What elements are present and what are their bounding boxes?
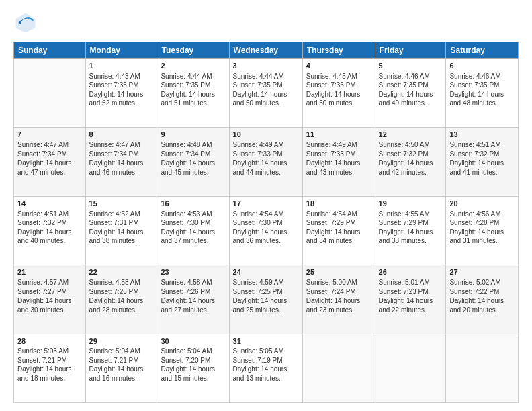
- daylight-text: Daylight: 14 hours and 50 minutes.: [233, 91, 287, 107]
- calendar-cell: 12Sunrise: 4:50 AMSunset: 7:32 PMDayligh…: [375, 128, 446, 196]
- calendar-cell: 2Sunrise: 4:44 AMSunset: 7:35 PMDaylight…: [157, 59, 229, 128]
- day-number: 9: [161, 130, 225, 140]
- calendar-cell: 28Sunrise: 5:03 AMSunset: 7:21 PMDayligh…: [14, 334, 86, 402]
- daylight-text: Daylight: 14 hours and 13 minutes.: [233, 365, 287, 382]
- sunrise-text: Sunrise: 4:46 AM: [449, 73, 500, 80]
- weekday-header-monday: Monday: [85, 42, 157, 59]
- day-number: 27: [449, 267, 515, 277]
- calendar-cell: 24Sunrise: 4:59 AMSunset: 7:25 PMDayligh…: [229, 265, 302, 334]
- daylight-text: Daylight: 14 hours and 20 minutes.: [449, 297, 504, 314]
- calendar-cell: 31Sunrise: 5:05 AMSunset: 7:19 PMDayligh…: [229, 334, 302, 402]
- sunrise-text: Sunrise: 4:44 AM: [233, 73, 284, 80]
- sunrise-text: Sunrise: 4:56 AM: [449, 210, 500, 218]
- day-number: 2: [161, 61, 225, 71]
- calendar-cell: 22Sunrise: 4:58 AMSunset: 7:26 PMDayligh…: [85, 265, 157, 334]
- calendar-cell: 27Sunrise: 5:02 AMSunset: 7:22 PMDayligh…: [446, 265, 519, 334]
- sunset-text: Sunset: 7:27 PM: [17, 288, 67, 295]
- sunset-text: Sunset: 7:34 PM: [161, 150, 210, 158]
- sunrise-text: Sunrise: 5:02 AM: [449, 279, 500, 286]
- sunrise-text: Sunrise: 4:52 AM: [89, 210, 140, 218]
- day-number: 10: [233, 130, 299, 140]
- sunrise-text: Sunrise: 4:50 AM: [379, 141, 430, 148]
- weekday-header-friday: Friday: [375, 42, 446, 59]
- sunset-text: Sunset: 7:22 PM: [449, 288, 499, 295]
- daylight-text: Daylight: 14 hours and 41 minutes.: [449, 159, 504, 176]
- day-number: 18: [306, 199, 371, 209]
- daylight-text: Daylight: 14 hours and 33 minutes.: [379, 228, 433, 245]
- day-number: 31: [233, 336, 299, 347]
- sunrise-text: Sunrise: 4:44 AM: [161, 73, 212, 80]
- daylight-text: Daylight: 14 hours and 30 minutes.: [17, 297, 72, 314]
- daylight-text: Daylight: 14 hours and 44 minutes.: [233, 159, 287, 176]
- daylight-text: Daylight: 14 hours and 27 minutes.: [161, 297, 215, 314]
- calendar-cell: [375, 334, 446, 402]
- daylight-text: Daylight: 14 hours and 43 minutes.: [306, 159, 361, 176]
- sunrise-text: Sunrise: 5:00 AM: [306, 279, 357, 286]
- sunrise-text: Sunrise: 5:01 AM: [379, 279, 430, 286]
- sunrise-text: Sunrise: 5:04 AM: [161, 347, 212, 355]
- calendar-cell: 4Sunrise: 4:45 AMSunset: 7:35 PMDaylight…: [302, 59, 375, 128]
- weekday-header-wednesday: Wednesday: [229, 42, 302, 59]
- day-number: 12: [379, 130, 443, 140]
- sunrise-text: Sunrise: 4:43 AM: [89, 73, 140, 80]
- sunset-text: Sunset: 7:29 PM: [306, 219, 356, 226]
- daylight-text: Daylight: 14 hours and 23 minutes.: [306, 297, 361, 314]
- sunrise-text: Sunrise: 4:51 AM: [17, 210, 69, 218]
- day-number: 11: [306, 130, 371, 140]
- weekday-header-saturday: Saturday: [446, 42, 519, 59]
- sunset-text: Sunset: 7:26 PM: [161, 288, 210, 295]
- sunrise-text: Sunrise: 4:49 AM: [233, 141, 284, 148]
- day-number: 1: [89, 61, 154, 71]
- sunset-text: Sunset: 7:30 PM: [161, 219, 210, 226]
- day-number: 7: [17, 130, 82, 140]
- sunset-text: Sunset: 7:23 PM: [379, 288, 429, 295]
- calendar-cell: [302, 334, 375, 402]
- day-number: 19: [379, 199, 443, 209]
- calendar-cell: 14Sunrise: 4:51 AMSunset: 7:32 PMDayligh…: [14, 196, 86, 265]
- day-number: 14: [17, 199, 82, 209]
- calendar-cell: 3Sunrise: 4:44 AMSunset: 7:35 PMDaylight…: [229, 59, 302, 128]
- calendar-week-5: 28Sunrise: 5:03 AMSunset: 7:21 PMDayligh…: [14, 334, 519, 402]
- sunset-text: Sunset: 7:32 PM: [449, 150, 499, 158]
- sunset-text: Sunset: 7:35 PM: [449, 81, 499, 89]
- sunrise-text: Sunrise: 4:58 AM: [89, 279, 140, 286]
- daylight-text: Daylight: 14 hours and 16 minutes.: [89, 365, 144, 382]
- page: SundayMondayTuesdayWednesdayThursdayFrid…: [0, 0, 532, 411]
- sunset-text: Sunset: 7:30 PM: [233, 219, 283, 226]
- day-number: 22: [89, 267, 154, 277]
- daylight-text: Daylight: 14 hours and 34 minutes.: [306, 228, 361, 245]
- calendar-week-2: 7Sunrise: 4:47 AMSunset: 7:34 PMDaylight…: [14, 128, 519, 196]
- calendar-cell: 8Sunrise: 4:47 AMSunset: 7:34 PMDaylight…: [85, 128, 157, 196]
- day-number: 13: [449, 130, 515, 140]
- day-number: 16: [161, 199, 225, 209]
- calendar-cell: 16Sunrise: 4:53 AMSunset: 7:30 PMDayligh…: [157, 196, 229, 265]
- calendar-cell: 30Sunrise: 5:04 AMSunset: 7:20 PMDayligh…: [157, 334, 229, 402]
- calendar-cell: 23Sunrise: 4:58 AMSunset: 7:26 PMDayligh…: [157, 265, 229, 334]
- sunset-text: Sunset: 7:19 PM: [233, 357, 283, 364]
- daylight-text: Daylight: 14 hours and 37 minutes.: [161, 228, 215, 245]
- calendar-cell: 13Sunrise: 4:51 AMSunset: 7:32 PMDayligh…: [446, 128, 519, 196]
- calendar-week-4: 21Sunrise: 4:57 AMSunset: 7:27 PMDayligh…: [14, 265, 519, 334]
- day-number: 26: [379, 267, 443, 277]
- day-number: 15: [89, 199, 154, 209]
- daylight-text: Daylight: 14 hours and 36 minutes.: [233, 228, 287, 245]
- sunset-text: Sunset: 7:35 PM: [161, 81, 210, 89]
- sunset-text: Sunset: 7:34 PM: [89, 150, 139, 158]
- sunset-text: Sunset: 7:26 PM: [89, 288, 139, 295]
- header: [13, 11, 519, 35]
- daylight-text: Daylight: 14 hours and 38 minutes.: [89, 228, 144, 245]
- day-number: 30: [161, 336, 225, 347]
- daylight-text: Daylight: 14 hours and 50 minutes.: [306, 91, 361, 107]
- day-number: 28: [17, 336, 82, 347]
- sunset-text: Sunset: 7:20 PM: [161, 357, 210, 364]
- sunrise-text: Sunrise: 4:54 AM: [306, 210, 357, 218]
- calendar-table: SundayMondayTuesdayWednesdayThursdayFrid…: [13, 42, 519, 403]
- sunset-text: Sunset: 7:21 PM: [17, 357, 67, 364]
- calendar-cell: 18Sunrise: 4:54 AMSunset: 7:29 PMDayligh…: [302, 196, 375, 265]
- sunrise-text: Sunrise: 5:03 AM: [17, 347, 69, 355]
- calendar-cell: 15Sunrise: 4:52 AMSunset: 7:31 PMDayligh…: [85, 196, 157, 265]
- sunset-text: Sunset: 7:35 PM: [233, 81, 283, 89]
- daylight-text: Daylight: 14 hours and 40 minutes.: [17, 228, 72, 245]
- sunrise-text: Sunrise: 4:51 AM: [449, 141, 500, 148]
- calendar-cell: 25Sunrise: 5:00 AMSunset: 7:24 PMDayligh…: [302, 265, 375, 334]
